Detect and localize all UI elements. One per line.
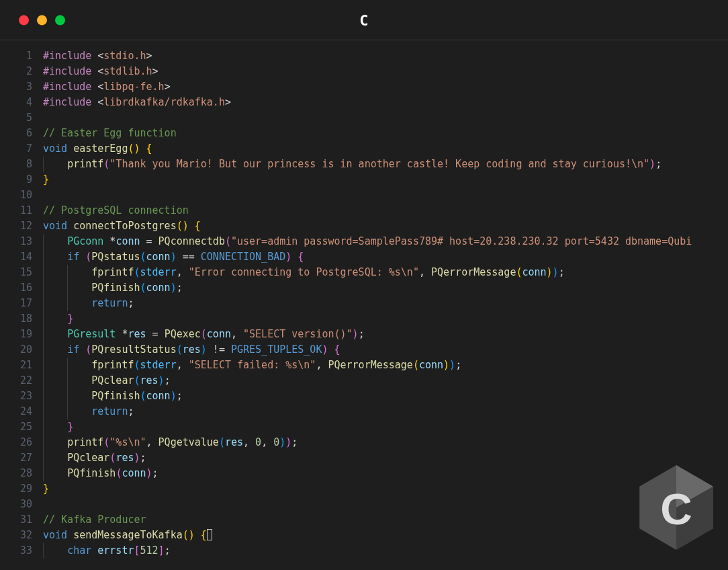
code-line[interactable]: PGresult *res = PQexec(conn, "SELECT ver… <box>43 327 728 342</box>
line-number: 33 <box>0 543 32 559</box>
line-number: 6 <box>0 126 32 141</box>
code-line[interactable]: printf("Thank you Mario! But our princes… <box>43 157 728 172</box>
line-number: 13 <box>0 234 32 249</box>
code-line[interactable]: } <box>43 172 728 188</box>
code-line[interactable]: void easterEgg() { <box>43 141 728 157</box>
titlebar: C <box>0 0 728 40</box>
line-number: 7 <box>0 141 32 157</box>
code-line[interactable]: #include <libpq-fe.h> <box>43 79 728 95</box>
line-number: 25 <box>0 419 32 435</box>
code-area[interactable]: #include <stdio.h>#include <stdlib.h>#in… <box>43 48 728 570</box>
code-line[interactable]: // PostgreSQL connection <box>43 203 728 218</box>
minimize-icon[interactable] <box>37 15 47 25</box>
code-line[interactable]: printf("%s\n", PQgetvalue(res, 0, 0)); <box>43 435 728 450</box>
line-number: 15 <box>0 265 32 280</box>
text-cursor <box>207 529 212 540</box>
line-number: 24 <box>0 404 32 419</box>
line-number: 12 <box>0 218 32 234</box>
code-line[interactable]: } <box>43 311 728 327</box>
line-number: 1 <box>0 48 32 64</box>
code-line[interactable] <box>43 110 728 126</box>
line-number: 2 <box>0 64 32 79</box>
line-number: 31 <box>0 512 32 528</box>
line-number: 32 <box>0 528 32 543</box>
code-line[interactable]: // Kafka Producer <box>43 512 728 528</box>
line-number: 18 <box>0 311 32 327</box>
line-number: 26 <box>0 435 32 450</box>
code-line[interactable]: char errstr[512]; <box>43 543 728 559</box>
line-number: 5 <box>0 110 32 126</box>
code-line[interactable]: } <box>43 419 728 435</box>
svg-text:C: C <box>660 484 692 534</box>
code-line[interactable]: void sendMessageToKafka() { <box>43 528 728 543</box>
line-number: 16 <box>0 280 32 296</box>
line-number: 19 <box>0 327 32 342</box>
code-line[interactable]: if (PQstatus(conn) == CONNECTION_BAD) { <box>43 249 728 265</box>
line-number: 9 <box>0 172 32 188</box>
code-line[interactable]: void connectToPostgres() { <box>43 218 728 234</box>
code-line[interactable]: PQclear(res); <box>43 450 728 466</box>
code-line[interactable]: PQclear(res); <box>43 373 728 389</box>
line-number: 23 <box>0 389 32 404</box>
code-line[interactable]: #include <stdio.h> <box>43 48 728 64</box>
line-number: 3 <box>0 79 32 95</box>
code-line[interactable]: return; <box>43 404 728 419</box>
line-number: 20 <box>0 342 32 358</box>
line-number: 10 <box>0 188 32 203</box>
code-line[interactable]: } <box>43 481 728 497</box>
line-number: 29 <box>0 481 32 497</box>
line-number: 17 <box>0 296 32 311</box>
editor-window: C 12345678910111213141516171819202122232… <box>0 0 728 570</box>
maximize-icon[interactable] <box>55 15 65 25</box>
code-line[interactable]: PQfinish(conn); <box>43 280 728 296</box>
code-line[interactable]: PQfinish(conn); <box>43 389 728 404</box>
line-number: 4 <box>0 95 32 110</box>
code-editor[interactable]: 1234567891011121314151617181920212223242… <box>0 40 728 570</box>
close-icon[interactable] <box>19 15 29 25</box>
code-line[interactable]: if (PQresultStatus(res) != PGRES_TUPLES_… <box>43 342 728 358</box>
code-line[interactable]: fprintf(stderr, "SELECT failed: %s\n", P… <box>43 358 728 373</box>
code-line[interactable]: fprintf(stderr, "Error connecting to Pos… <box>43 265 728 280</box>
window-controls <box>19 15 65 25</box>
line-number-gutter: 1234567891011121314151617181920212223242… <box>0 48 43 570</box>
code-line[interactable]: #include <librdkafka/rdkafka.h> <box>43 95 728 110</box>
line-number: 11 <box>0 203 32 218</box>
c-language-logo-icon: C <box>639 465 713 550</box>
line-number: 27 <box>0 450 32 466</box>
window-title: C <box>359 11 369 28</box>
code-line[interactable] <box>43 188 728 203</box>
line-number: 22 <box>0 373 32 389</box>
line-number: 8 <box>0 157 32 172</box>
line-number: 30 <box>0 497 32 512</box>
code-line[interactable] <box>43 497 728 512</box>
line-number: 21 <box>0 358 32 373</box>
code-line[interactable]: return; <box>43 296 728 311</box>
code-line[interactable]: #include <stdlib.h> <box>43 64 728 79</box>
line-number: 14 <box>0 249 32 265</box>
code-line[interactable]: PGconn *conn = PQconnectdb("user=admin p… <box>43 234 728 249</box>
line-number: 28 <box>0 466 32 481</box>
code-line[interactable]: PQfinish(conn); <box>43 466 728 481</box>
code-line[interactable]: // Easter Egg function <box>43 126 728 141</box>
